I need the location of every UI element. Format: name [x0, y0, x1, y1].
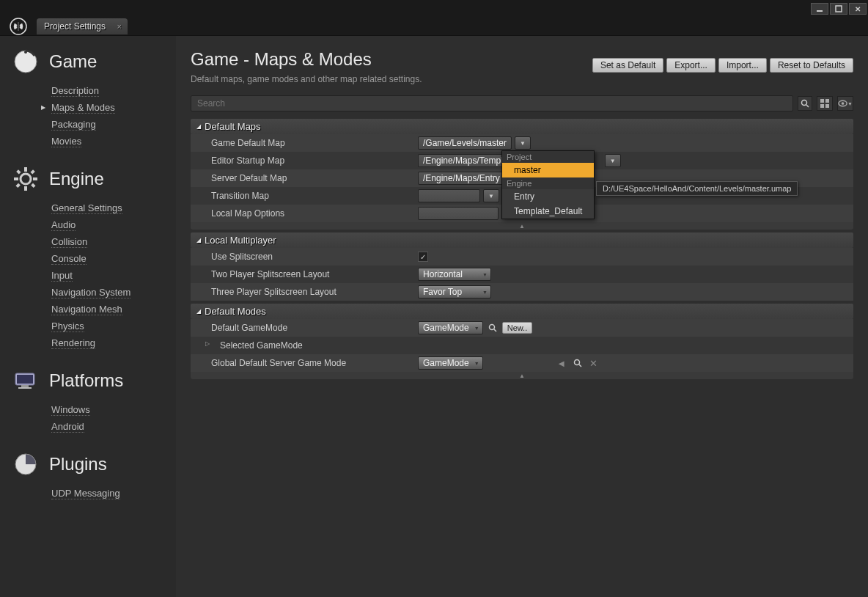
- section-local-multiplayer[interactable]: Local Multiplayer: [191, 232, 853, 248]
- label-selected-gamemode[interactable]: Selected GameMode: [191, 340, 411, 351]
- close-button[interactable]: ✕: [849, 3, 867, 15]
- svg-line-22: [806, 105, 809, 107]
- label-two-player-layout: Two Player Splitscreen Layout: [191, 269, 411, 279]
- collapse-default-maps[interactable]: ▲: [191, 222, 853, 230]
- svg-line-30: [494, 329, 496, 332]
- sidebar-item-general-settings[interactable]: General Settings: [51, 199, 176, 216]
- page-subtitle: Default maps, game modes and other map r…: [191, 74, 422, 84]
- export-button[interactable]: Export...: [666, 58, 716, 73]
- svg-rect-13: [30, 169, 34, 174]
- plugins-icon: [11, 450, 40, 479]
- svg-rect-14: [15, 183, 20, 188]
- tabbar: Project Settings ×: [0, 18, 868, 35]
- svg-point-31: [574, 360, 579, 365]
- tab-close-icon[interactable]: ×: [117, 22, 122, 31]
- combo-global-server-gamemode[interactable]: GameMode: [418, 356, 483, 370]
- browse-server-gamemode-icon[interactable]: [571, 356, 584, 370]
- section-default-maps[interactable]: Default Maps: [191, 119, 853, 134]
- svg-rect-9: [14, 177, 18, 180]
- label-local-map-options: Local Map Options: [191, 208, 411, 219]
- sidebar-item-input[interactable]: Input: [51, 267, 176, 284]
- svg-rect-16: [17, 375, 33, 384]
- sidebar-item-rendering[interactable]: Rendering: [51, 334, 176, 351]
- platforms-icon: [11, 366, 40, 395]
- field-editor-startup-map[interactable]: /Engine/Maps/Templat: [418, 154, 515, 167]
- sidebar-section-platforms: Platforms Windows Android: [11, 366, 176, 435]
- popup-item-template-default[interactable]: Template_Default: [502, 204, 594, 219]
- svg-rect-1: [836, 6, 842, 12]
- sidebar-section-game: Game Description Maps & Modes Packaging …: [11, 47, 176, 150]
- titlebar: ✕: [0, 0, 868, 18]
- back-arrow-icon[interactable]: ◄: [555, 356, 568, 370]
- unreal-logo-icon: [7, 18, 29, 35]
- sidebar-title-plugins: Plugins: [49, 454, 107, 475]
- svg-point-28: [842, 102, 845, 105]
- path-tooltip: D:/UE4Space/HelloAnd/Content/Levels/mast…: [596, 181, 798, 196]
- dropdown-transition-map[interactable]: ▼: [483, 189, 499, 202]
- sidebar-item-console[interactable]: Console: [51, 250, 176, 267]
- import-button[interactable]: Import...: [718, 58, 767, 73]
- sidebar-item-maps-modes[interactable]: Maps & Modes: [51, 99, 176, 116]
- sidebar-item-packaging[interactable]: Packaging: [51, 116, 176, 133]
- new-gamemode-button[interactable]: New..: [502, 322, 533, 334]
- combo-default-gamemode[interactable]: GameMode: [418, 321, 483, 334]
- dropdown-game-default-map[interactable]: ▼: [515, 136, 531, 150]
- clear-server-gamemode-icon[interactable]: ✕: [587, 356, 600, 370]
- grid-view-icon[interactable]: [817, 96, 833, 111]
- main-panel: Game - Maps & Modes Default maps, game m…: [176, 36, 868, 597]
- sidebar-item-collision[interactable]: Collision: [51, 233, 176, 250]
- page-title: Game - Maps & Modes: [191, 49, 422, 70]
- sidebar-item-audio[interactable]: Audio: [51, 216, 176, 233]
- sidebar-section-plugins: Plugins UDP Messaging: [11, 450, 176, 502]
- browse-gamemode-icon[interactable]: [486, 321, 499, 334]
- svg-rect-0: [817, 10, 823, 12]
- field-server-default-map[interactable]: /Engine/Maps/Entry: [418, 172, 506, 185]
- svg-rect-24: [825, 99, 829, 103]
- sidebar-item-physics[interactable]: Physics: [51, 318, 176, 334]
- sidebar-item-navigation-mesh[interactable]: Navigation Mesh: [51, 301, 176, 318]
- sidebar-item-udp-messaging[interactable]: UDP Messaging: [51, 485, 176, 502]
- sidebar-section-engine: Engine General Settings Audio Collision …: [11, 164, 176, 351]
- checkbox-use-splitscreen[interactable]: ✓: [418, 252, 428, 262]
- minimize-button[interactable]: [811, 3, 828, 15]
- sidebar-item-movies[interactable]: Movies: [51, 133, 176, 150]
- svg-rect-12: [31, 183, 35, 188]
- search-input[interactable]: [191, 95, 793, 111]
- svg-rect-8: [24, 186, 27, 191]
- label-global-server-gamemode: Global Default Server Game Mode: [191, 358, 411, 368]
- svg-rect-10: [33, 177, 37, 180]
- map-dropdown-popup: Project master Engine Entry Template_Def…: [501, 150, 595, 219]
- section-default-modes[interactable]: Default Modes: [191, 304, 853, 319]
- maximize-button[interactable]: [830, 3, 847, 15]
- popup-item-master[interactable]: master: [502, 163, 594, 177]
- engine-icon: [11, 164, 40, 194]
- svg-point-5: [24, 51, 27, 54]
- reset-to-defaults-button[interactable]: Reset to Defaults: [770, 58, 853, 73]
- eye-icon[interactable]: ▼: [837, 96, 853, 111]
- sidebar-item-android[interactable]: Android: [51, 418, 176, 435]
- svg-line-32: [579, 365, 581, 367]
- field-local-map-options[interactable]: [418, 207, 499, 220]
- set-as-default-button[interactable]: Set as Default: [592, 58, 663, 73]
- combo-three-player-layout[interactable]: Favor Top: [418, 285, 491, 298]
- sidebar-item-navigation-system[interactable]: Navigation System: [51, 284, 176, 301]
- svg-point-6: [21, 174, 31, 184]
- combo-two-player-layout[interactable]: Horizontal: [418, 268, 491, 281]
- field-game-default-map[interactable]: /Game/Levels/master: [418, 136, 512, 150]
- sidebar-title-platforms: Platforms: [49, 370, 123, 391]
- svg-rect-7: [24, 167, 27, 172]
- sidebar-item-windows[interactable]: Windows: [51, 401, 176, 418]
- search-icon[interactable]: [798, 96, 812, 111]
- dropdown-editor-startup-map[interactable]: ▼: [605, 154, 621, 167]
- popup-category-project: Project: [502, 151, 594, 163]
- collapse-default-modes[interactable]: ▲: [191, 372, 853, 379]
- popup-item-entry[interactable]: Entry: [502, 189, 594, 204]
- svg-rect-17: [21, 385, 29, 387]
- label-use-splitscreen: Use Splitscreen: [191, 252, 411, 262]
- svg-rect-23: [820, 99, 824, 103]
- tab-project-settings[interactable]: Project Settings ×: [37, 18, 128, 34]
- field-transition-map[interactable]: [418, 189, 480, 202]
- sidebar: Game Description Maps & Modes Packaging …: [0, 36, 176, 597]
- label-server-default-map: Server Default Map: [191, 173, 411, 183]
- sidebar-item-description[interactable]: Description: [51, 82, 176, 99]
